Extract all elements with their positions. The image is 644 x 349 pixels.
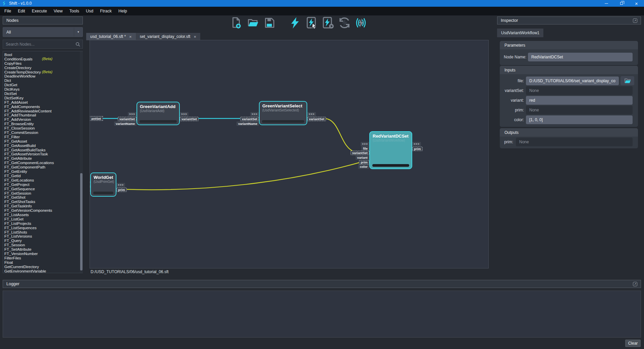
tab-usd-tutorial-06[interactable]: usd_tutorial_06.sft * ×	[86, 33, 136, 40]
node-type-item[interactable]: FilterFiles	[4, 256, 83, 260]
menu-item[interactable]: File	[1, 7, 14, 15]
port-variantset-out[interactable]: variantSet	[307, 117, 326, 121]
node-type-item[interactable]: FT_GetAttribute	[4, 156, 83, 160]
node-type-item[interactable]: Float	[4, 260, 83, 264]
node-type-item[interactable]: FT_GetShotTasks	[4, 199, 83, 204]
node-type-item[interactable]: FT_ListProjects	[4, 221, 83, 226]
node-type-item[interactable]: FT_GetSequence	[4, 187, 83, 191]
port-prim-out[interactable]: prim	[116, 188, 127, 192]
tab-close-icon[interactable]: ×	[194, 34, 196, 39]
menu-item[interactable]: Ftrack	[97, 7, 115, 15]
node-type-item[interactable]: FT_ListAssets	[4, 212, 83, 217]
port-prim-out[interactable]: prim	[412, 147, 423, 151]
node-type-item[interactable]: FT_GetShot	[4, 195, 83, 199]
node-type-item[interactable]: FT_AddVersion	[4, 117, 83, 121]
refresh-execute-button[interactable]	[338, 16, 351, 30]
port-variantset-in[interactable]: variantSet	[118, 117, 137, 121]
node-type-item[interactable]: FT_ListSequences	[4, 226, 83, 230]
menu-item[interactable]: Tools	[66, 7, 83, 15]
node-type-item[interactable]: FT_AddAsset	[4, 100, 83, 104]
node-type-item[interactable]: Bool	[4, 52, 83, 57]
save-graph-button[interactable]	[263, 16, 276, 30]
scrollbar-thumb[interactable]	[80, 173, 83, 270]
node-type-item[interactable]: FT_ListVersions	[4, 234, 83, 238]
port-variantset-in[interactable]: variantSet	[351, 151, 369, 155]
file-field[interactable]	[526, 77, 619, 85]
node-type-item[interactable]: FT_GetProject	[4, 182, 83, 187]
node-type-item[interactable]: FT_GetAsset	[4, 139, 83, 143]
node-type-item[interactable]: FT_AddThumbnail	[4, 113, 83, 117]
port-variantset-in[interactable]: variantSet	[240, 117, 259, 121]
variant-field[interactable]	[526, 96, 633, 105]
port-file-in[interactable]: file	[361, 146, 369, 151]
port-variantname-in[interactable]: variantName	[114, 121, 137, 126]
tab-close-icon[interactable]: ×	[129, 34, 132, 39]
node-type-item[interactable]: DictGet	[4, 83, 83, 87]
node-type-item[interactable]: FT_CommitSession	[4, 130, 83, 135]
port-prim-in[interactable]: prim	[359, 160, 369, 164]
node-type-item[interactable]: FT_GetLocations	[4, 178, 83, 182]
node-worldget[interactable]: WorldGet (UsdPrimGet) >>> prim	[90, 172, 116, 197]
close-button[interactable]: ×	[629, 0, 644, 7]
color-field[interactable]	[526, 115, 633, 124]
execute-button[interactable]	[288, 16, 302, 30]
popout-icon[interactable]: ↗	[633, 282, 637, 286]
node-greenvariantselect[interactable]: GreenVariantSelect (UsdVariantSetSelecte…	[259, 101, 307, 125]
node-type-item[interactable]: FT_GetVersionComponents	[4, 208, 83, 212]
open-graph-button[interactable]	[246, 16, 260, 30]
node-type-item[interactable]: FT_ListShots	[4, 230, 83, 234]
node-type-item[interactable]: ConditionEquals (Beta)	[4, 57, 83, 61]
node-type-item[interactable]: FT_GetId	[4, 173, 83, 178]
node-type-item[interactable]: FT_BrowseEntity	[4, 121, 83, 126]
clipped-port-variantset[interactable]: antSet	[90, 116, 103, 121]
port-color-in[interactable]: color	[358, 164, 369, 169]
node-type-item[interactable]: FT_CloseSession	[4, 126, 83, 130]
execute-selected-button[interactable]	[305, 16, 318, 30]
variantset-field[interactable]	[526, 86, 633, 95]
node-type-item[interactable]: FT_Filter	[4, 135, 83, 139]
tab-set-variant-display-color[interactable]: set_variant_display_color.sft ×	[136, 33, 200, 40]
node-type-item[interactable]: FT_GetEntity	[4, 169, 83, 173]
port-variant-in[interactable]: variant	[356, 155, 369, 160]
node-type-item[interactable]: DictSetKey	[4, 96, 83, 100]
logger-output[interactable]	[3, 291, 641, 338]
node-type-item[interactable]: FT_AddReviewableContent	[4, 109, 83, 113]
menu-item[interactable]: Execute	[29, 7, 50, 15]
node-filter-dropdown[interactable]: All ▼	[3, 27, 83, 37]
port-variantset-out[interactable]: variantSet	[180, 117, 199, 121]
menu-item[interactable]: View	[50, 7, 66, 15]
node-type-item[interactable]: DictKeys	[4, 87, 83, 91]
inspector-node-tab[interactable]: UsdVariantWorkflow1	[497, 29, 543, 37]
port-variantname-in[interactable]: variantName	[236, 121, 259, 126]
execute-to-selected-button[interactable]	[321, 16, 335, 30]
node-type-item[interactable]: FT_GetAssetBuildTasks	[4, 148, 83, 152]
node-type-item[interactable]: FT_Session	[4, 243, 83, 247]
maximize-button[interactable]	[614, 0, 629, 7]
prim-field[interactable]	[526, 106, 633, 114]
node-type-item[interactable]: Dict	[4, 78, 83, 83]
node-type-item[interactable]: CopyFiles	[4, 61, 83, 65]
node-type-item[interactable]: DictSet	[4, 91, 83, 96]
live-execute-button[interactable]	[354, 16, 368, 30]
node-name-field[interactable]	[528, 53, 633, 61]
node-graph-canvas[interactable]: antSet GreenVariantAdd (UsdVariantAdd) >…	[90, 40, 489, 268]
menu-item[interactable]: Usd	[83, 7, 97, 15]
node-redvariantdcset[interactable]: RedVariantDCSet (UsdVariantWorkflow) >>>…	[369, 131, 412, 169]
node-type-item[interactable]: GetEnvironmentVariable	[4, 269, 83, 273]
node-type-item[interactable]: FT_VersionNumber	[4, 251, 83, 256]
node-type-item[interactable]: FT_GetAssetBuild	[4, 143, 83, 148]
clear-log-button[interactable]: Clear	[625, 340, 641, 347]
node-greenvariantadd[interactable]: GreenVariantAdd (UsdVariantAdd) >>> vari…	[137, 102, 180, 125]
node-type-item[interactable]: DeadlineWorkflow	[4, 74, 83, 78]
menu-item[interactable]: Help	[115, 7, 130, 15]
node-type-item[interactable]: FT_GetComponentLocations	[4, 160, 83, 165]
node-type-item[interactable]: CreateDirectory	[4, 65, 83, 70]
node-type-item[interactable]: FT_GetTaskInfo	[4, 204, 83, 208]
minimize-button[interactable]	[599, 0, 614, 7]
menu-item[interactable]: Edit	[14, 7, 29, 15]
new-graph-button[interactable]	[230, 16, 243, 30]
node-type-item[interactable]: FT_GetAssetVersionTask	[4, 152, 83, 156]
node-search-input[interactable]	[3, 42, 75, 47]
node-type-item[interactable]: FT_Query	[4, 238, 83, 243]
popout-icon[interactable]: ↗	[633, 18, 637, 23]
